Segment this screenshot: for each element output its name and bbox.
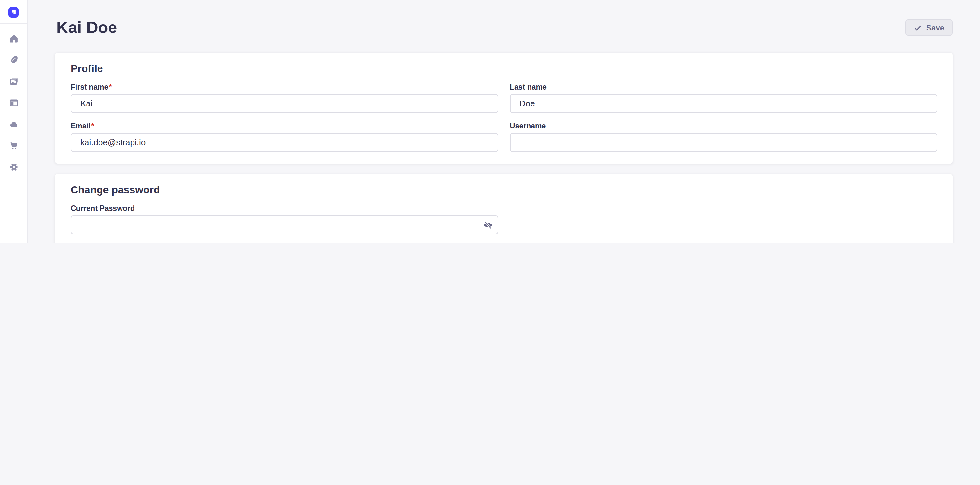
app: KD Kai Doe Save Profile First name* bbox=[0, 0, 980, 242]
toggle-current-password-visibility-button[interactable] bbox=[483, 220, 492, 229]
eye-slash-icon bbox=[483, 220, 492, 229]
check-icon bbox=[914, 24, 922, 32]
sidebar-item-media-library[interactable] bbox=[0, 71, 27, 92]
strapi-logo[interactable] bbox=[8, 7, 19, 18]
sidebar-item-marketplace[interactable] bbox=[0, 135, 27, 156]
sidebar: KD bbox=[0, 0, 28, 242]
username-field-group: Username bbox=[510, 121, 937, 152]
cloud-icon bbox=[9, 120, 19, 129]
profile-heading: Profile bbox=[71, 63, 937, 75]
email-input[interactable] bbox=[71, 133, 498, 152]
sidebar-nav bbox=[0, 24, 27, 178]
current-password-input[interactable] bbox=[71, 215, 498, 234]
required-mark: * bbox=[109, 83, 112, 91]
email-label: Email* bbox=[71, 121, 498, 131]
change-password-heading: Change password bbox=[71, 184, 937, 196]
layout-icon bbox=[9, 98, 19, 108]
username-input[interactable] bbox=[510, 133, 937, 152]
sidebar-item-deploy[interactable] bbox=[0, 113, 27, 135]
cart-icon bbox=[9, 141, 19, 150]
first-name-input[interactable] bbox=[71, 94, 498, 113]
sidebar-item-settings[interactable] bbox=[0, 156, 27, 178]
username-label: Username bbox=[510, 121, 937, 131]
images-icon bbox=[9, 77, 19, 86]
last-name-input[interactable] bbox=[510, 94, 937, 113]
current-password-field-group: Current Password bbox=[71, 204, 498, 234]
last-name-field-group: Last name bbox=[510, 82, 937, 113]
home-icon bbox=[9, 34, 19, 43]
page-header: Kai Doe Save bbox=[55, 0, 953, 53]
required-mark: * bbox=[91, 122, 94, 130]
save-button[interactable]: Save bbox=[905, 19, 953, 36]
gear-icon bbox=[9, 162, 19, 172]
feather-icon bbox=[9, 55, 19, 65]
strapi-logo-icon bbox=[10, 8, 18, 16]
first-name-field-group: First name* bbox=[71, 82, 498, 113]
current-password-label: Current Password bbox=[71, 204, 498, 213]
last-name-label: Last name bbox=[510, 82, 937, 91]
profile-card: Profile First name* Last name Email bbox=[55, 53, 953, 163]
page-title: Kai Doe bbox=[56, 18, 117, 37]
save-button-label: Save bbox=[926, 23, 944, 32]
change-password-card: Change password Current Password bbox=[55, 174, 953, 242]
sidebar-item-content-type-builder[interactable] bbox=[0, 92, 27, 113]
sidebar-item-content-manager[interactable] bbox=[0, 49, 27, 71]
first-name-label: First name* bbox=[71, 82, 498, 91]
main-content: Kai Doe Save Profile First name* bbox=[28, 0, 980, 242]
sidebar-item-home[interactable] bbox=[0, 28, 27, 49]
email-field-group: Email* bbox=[71, 121, 498, 152]
